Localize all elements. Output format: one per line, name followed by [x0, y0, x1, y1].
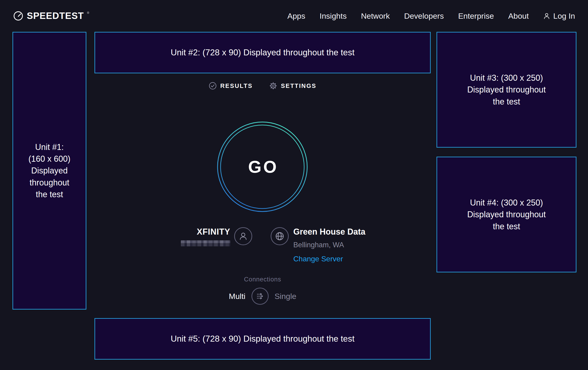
tab-settings[interactable]: SETTINGS: [269, 82, 316, 90]
settings-gear-icon: [269, 82, 277, 90]
ad-unit-1-text: Unit #1: (160 x 600) Displayed throughou…: [26, 141, 73, 200]
isp-badge: [234, 227, 252, 245]
ad-unit-5[interactable]: Unit #5: (728 x 90) Displayed throughout…: [94, 318, 431, 360]
nav-item-network[interactable]: Network: [361, 11, 390, 20]
change-server-link[interactable]: Change Server: [293, 255, 343, 263]
ad-unit-2[interactable]: Unit #2: (728 x 90) Displayed throughout…: [94, 32, 431, 73]
server-badge: [271, 227, 289, 245]
tabs-bar: RESULTS SETTINGS: [94, 82, 431, 90]
server-location: Bellingham, WA: [293, 241, 365, 249]
ad-unit-4[interactable]: Unit #4: (300 x 250) Displayed throughou…: [437, 157, 577, 272]
login-label: Log In: [553, 11, 575, 20]
brand-wordmark: SPEEDTEST: [27, 11, 84, 21]
ad-unit-3[interactable]: Unit #3: (300 x 250) Displayed throughou…: [437, 32, 577, 148]
results-check-icon: [209, 82, 217, 90]
go-button[interactable]: GO: [216, 121, 309, 213]
server-name: Green House Data: [293, 227, 365, 237]
ad-unit-1[interactable]: Unit #1: (160 x 600) Displayed throughou…: [12, 32, 86, 310]
header: SPEEDTEST ® Apps Insights Network Develo…: [0, 0, 588, 32]
nav-item-enterprise[interactable]: Enterprise: [458, 11, 494, 20]
globe-icon: [275, 231, 284, 241]
tab-results[interactable]: RESULTS: [209, 82, 253, 90]
speedtest-page: SPEEDTEST ® Apps Insights Network Develo…: [0, 0, 588, 370]
nav-item-apps[interactable]: Apps: [287, 11, 305, 20]
speedtest-logo[interactable]: SPEEDTEST ®: [13, 11, 89, 21]
nav-item-developers[interactable]: Developers: [404, 11, 444, 20]
login-link[interactable]: Log In: [543, 11, 575, 20]
trademark-symbol: ®: [87, 11, 89, 15]
main-nav: Apps Insights Network Developers Enterpr…: [287, 11, 575, 20]
server-info: Green House Data Bellingham, WA Change S…: [293, 227, 365, 263]
connections-toggle[interactable]: [252, 288, 269, 305]
tab-settings-label: SETTINGS: [281, 82, 316, 90]
user-icon: [543, 12, 550, 20]
go-label: GO: [246, 157, 278, 177]
connections-multi-option[interactable]: Multi: [229, 292, 245, 301]
connections-label: Connections: [94, 276, 431, 283]
nav-item-about[interactable]: About: [508, 11, 529, 20]
person-icon: [239, 231, 248, 241]
ip-address-redacted: [181, 240, 230, 246]
ad-unit-4-text: Unit #4: (300 x 250) Displayed throughou…: [464, 197, 549, 232]
ad-unit-3-text: Unit #3: (300 x 250) Displayed throughou…: [464, 72, 549, 107]
connections-single-option[interactable]: Single: [275, 292, 296, 301]
isp-info: XFINITY: [181, 227, 230, 246]
tab-results-label: RESULTS: [220, 82, 253, 90]
ad-unit-2-text: Unit #2: (728 x 90) Displayed throughout…: [171, 48, 355, 57]
connections-row: Multi Single: [94, 288, 431, 305]
ad-unit-5-text: Unit #5: (728 x 90) Displayed throughout…: [171, 334, 355, 344]
speedometer-icon: [13, 11, 23, 21]
nav-item-insights[interactable]: Insights: [320, 11, 347, 20]
isp-name: XFINITY: [181, 227, 230, 237]
multi-connection-arrows-icon: [255, 291, 265, 301]
